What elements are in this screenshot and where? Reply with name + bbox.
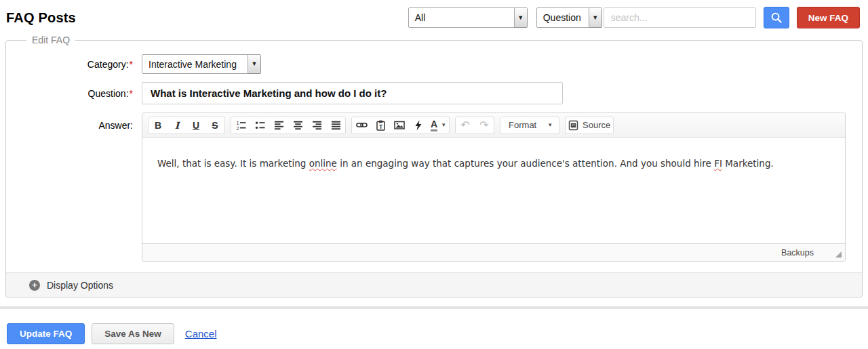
justify-button[interactable] bbox=[326, 117, 345, 134]
svg-text:T: T bbox=[378, 123, 382, 129]
action-bar: Update FAQ Save As New Cancel bbox=[0, 309, 868, 344]
page: FAQ Posts All ▼ Question ▼ New FAQ bbox=[0, 0, 868, 344]
chevron-down-icon[interactable]: ▼ bbox=[589, 8, 601, 27]
editor-paragraph: Well, that is easy. It is marketing onli… bbox=[157, 157, 830, 170]
category-select-value: Interactive Marketing bbox=[142, 55, 248, 73]
chevron-down-icon[interactable]: ▼ bbox=[248, 55, 260, 73]
bulleted-list-button[interactable] bbox=[250, 117, 269, 134]
page-title: FAQ Posts bbox=[6, 10, 76, 26]
search-input[interactable] bbox=[604, 7, 756, 28]
backups-button[interactable]: Backups bbox=[781, 248, 814, 258]
image-button[interactable] bbox=[390, 117, 409, 134]
search-field-value: Question bbox=[537, 8, 589, 27]
source-icon: ‹› bbox=[568, 120, 578, 131]
redo-icon: ↷ bbox=[479, 120, 488, 131]
strikethrough-icon: S bbox=[212, 121, 218, 130]
form-area: Category:* Interactive Marketing ▼ Quest… bbox=[6, 45, 862, 272]
display-options-label: Display Options bbox=[47, 280, 113, 291]
category-filter-value: All bbox=[409, 8, 514, 27]
bold-icon: B bbox=[155, 121, 161, 130]
chevron-down-icon[interactable]: ▼ bbox=[514, 8, 527, 27]
bulleted-list-icon bbox=[255, 120, 265, 130]
toolbar-group: ‹›Source bbox=[565, 117, 614, 134]
numbered-list-icon: 12 bbox=[236, 120, 246, 130]
undo-button[interactable]: ↶ bbox=[456, 117, 475, 134]
toolbar-group: 12 bbox=[231, 117, 346, 134]
required-asterisk: * bbox=[130, 88, 133, 99]
category-row: Category:* Interactive Marketing ▼ bbox=[6, 54, 846, 74]
header-bar: FAQ Posts All ▼ Question ▼ New FAQ bbox=[0, 0, 868, 35]
magnifier-icon bbox=[770, 12, 783, 24]
misspelled-word: FI bbox=[714, 158, 722, 169]
italic-icon: I bbox=[175, 121, 180, 130]
numbered-list-button[interactable]: 12 bbox=[231, 117, 250, 134]
category-label: Category:* bbox=[6, 59, 142, 70]
search-button[interactable] bbox=[764, 7, 789, 28]
search-field-select[interactable]: Question ▼ bbox=[536, 7, 602, 28]
question-label: Question:* bbox=[6, 88, 142, 99]
source-button[interactable]: ‹›Source bbox=[566, 117, 613, 134]
editor-bottom-bar: Backups bbox=[142, 243, 845, 261]
new-faq-button[interactable]: New FAQ bbox=[797, 7, 860, 28]
undo-icon: ↶ bbox=[460, 120, 469, 131]
redo-button[interactable]: ↷ bbox=[475, 117, 494, 134]
save-as-new-button[interactable]: Save As New bbox=[92, 323, 174, 344]
editor-content-area[interactable]: Well, that is easy. It is marketing onli… bbox=[142, 138, 845, 243]
toolbar-group: ↶↷ bbox=[455, 117, 494, 134]
rich-text-editor: BIUS12TA▼↶↷Format▼‹›Source Well, that is… bbox=[142, 112, 846, 262]
toolbar-group: BIUS bbox=[148, 117, 225, 134]
resize-handle[interactable] bbox=[835, 251, 842, 258]
image-icon bbox=[394, 120, 405, 130]
text-color-button[interactable]: A▼ bbox=[428, 117, 449, 134]
panel-legend: Edit FAQ bbox=[26, 35, 75, 45]
align-center-icon bbox=[293, 120, 303, 130]
link-icon bbox=[356, 120, 368, 130]
edit-faq-panel: Edit FAQ Category:* Interactive Marketin… bbox=[5, 35, 863, 297]
question-input[interactable] bbox=[142, 82, 563, 104]
misspelled-word: online bbox=[309, 158, 337, 169]
plus-circle-icon: + bbox=[29, 280, 40, 291]
format-dropdown[interactable]: Format▼ bbox=[500, 117, 559, 134]
answer-label: Answer: bbox=[6, 112, 142, 131]
display-options-toggle[interactable]: + Display Options bbox=[6, 272, 862, 297]
align-center-button[interactable] bbox=[288, 117, 307, 134]
underline-button[interactable]: U bbox=[186, 117, 205, 134]
category-select[interactable]: Interactive Marketing ▼ bbox=[142, 54, 261, 74]
align-right-icon bbox=[312, 120, 322, 130]
paste-text-button[interactable]: T bbox=[371, 117, 390, 134]
required-asterisk: * bbox=[130, 59, 133, 70]
align-right-button[interactable] bbox=[307, 117, 326, 134]
update-faq-button[interactable]: Update FAQ bbox=[7, 323, 85, 344]
align-left-button[interactable] bbox=[269, 117, 288, 134]
paste-text-icon: T bbox=[376, 120, 386, 131]
chevron-down-icon: ▼ bbox=[547, 122, 553, 128]
text-color-icon: A bbox=[431, 119, 437, 131]
toolbar-group: TA▼ bbox=[351, 117, 450, 134]
question-row: Question:* bbox=[6, 82, 846, 104]
bold-button[interactable]: B bbox=[149, 117, 167, 134]
link-button[interactable] bbox=[352, 117, 371, 134]
svg-text:‹›: ‹› bbox=[572, 123, 574, 127]
top-controls: All ▼ Question ▼ New FAQ bbox=[408, 7, 860, 28]
svg-text:2: 2 bbox=[236, 125, 239, 131]
category-filter-select[interactable]: All ▼ bbox=[408, 7, 528, 28]
italic-button[interactable]: I bbox=[167, 117, 186, 134]
align-left-icon bbox=[274, 120, 284, 130]
justify-icon bbox=[331, 120, 341, 130]
editor-toolbar: BIUS12TA▼↶↷Format▼‹›Source bbox=[142, 113, 845, 138]
flash-button[interactable] bbox=[409, 117, 428, 134]
underline-icon: U bbox=[193, 121, 199, 130]
flash-icon bbox=[414, 120, 422, 131]
cancel-link[interactable]: Cancel bbox=[185, 328, 217, 340]
answer-row: Answer: BIUS12TA▼↶↷Format▼‹›Source Well,… bbox=[6, 112, 846, 262]
strikethrough-button[interactable]: S bbox=[205, 117, 224, 134]
